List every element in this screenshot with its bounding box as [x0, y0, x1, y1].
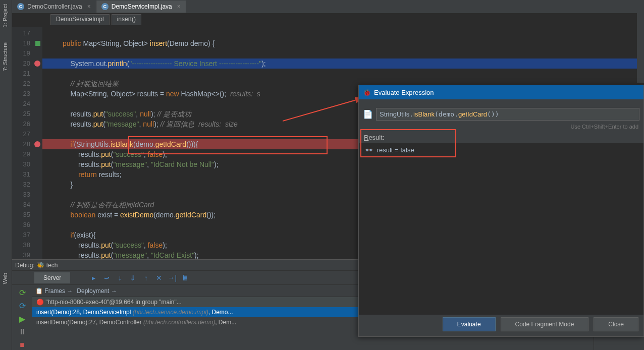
dialog-title: Evaluate Expression: [374, 89, 434, 96]
breakpoint-icon[interactable]: [34, 141, 40, 147]
editor-tabs: C DemoController.java × C DemoServiceImp…: [12, 0, 644, 13]
breadcrumb-class[interactable]: DemoServiceImpl: [50, 14, 110, 25]
evaluate-expression-dialog: 🐞 Evaluate Expression 📄 StringUtils.isBl…: [358, 85, 644, 337]
left-tool-rail: 1: Project 7: Structure Web: [0, 0, 12, 350]
dialog-title-bar[interactable]: 🐞 Evaluate Expression: [359, 85, 643, 99]
close-button[interactable]: Close: [594, 317, 638, 331]
gutter[interactable]: 17 18 19 20 21 22 23 24 25 26 27 28 29 3…: [12, 27, 42, 259]
debug-left-icons: ⟳ ⟳ ▶ ⏸ ■: [12, 285, 32, 350]
breadcrumb-method[interactable]: insert(): [112, 14, 141, 25]
stop-icon[interactable]: ■: [18, 340, 27, 349]
result-label: Result:: [359, 130, 643, 143]
close-icon[interactable]: ×: [87, 3, 91, 10]
bug-icon: 🐞: [363, 89, 371, 96]
code-fragment-mode-button[interactable]: Code Fragment Mode: [501, 317, 589, 331]
override-gutter-icon[interactable]: [35, 41, 40, 46]
deployment-tab[interactable]: Deployment →: [77, 287, 117, 295]
expression-history-icon[interactable]: 📄: [363, 109, 373, 119]
breadcrumb: DemoServiceImpl insert(): [50, 14, 141, 25]
step-over-icon[interactable]: ⤻: [101, 273, 112, 283]
show-execution-point-icon[interactable]: ▸: [88, 273, 98, 283]
java-class-icon: C: [17, 3, 24, 10]
server-tab[interactable]: Server: [34, 272, 70, 283]
close-icon[interactable]: ×: [177, 3, 181, 10]
rerun-icon[interactable]: ⟳: [18, 288, 27, 297]
pause-icon[interactable]: ⏸: [18, 327, 27, 336]
drop-frame-icon[interactable]: ✕: [154, 273, 164, 283]
tab-label: DemoServiceImpl.java: [112, 3, 172, 10]
right-rail: [637, 0, 644, 83]
tab-demoserviceimpl[interactable]: C DemoServiceImpl.java ×: [96, 1, 186, 13]
bee-icon: 🐝: [37, 262, 44, 269]
watch-icon: 👓: [365, 146, 373, 154]
java-class-icon: C: [101, 3, 109, 10]
evaluate-button[interactable]: Evaluate: [443, 317, 496, 331]
run-to-cursor-icon[interactable]: →|: [167, 273, 177, 283]
tab-democontroller[interactable]: C DemoController.java ×: [12, 1, 96, 13]
breakpoint-icon[interactable]: [34, 61, 40, 67]
result-row[interactable]: 👓 result = false: [365, 146, 637, 154]
step-into-icon[interactable]: ↓: [115, 273, 125, 283]
web-tool-button[interactable]: Web: [2, 273, 8, 284]
step-out-icon[interactable]: ↑: [141, 273, 151, 283]
structure-tool-button[interactable]: 7: Structure: [2, 42, 8, 71]
resume-icon[interactable]: ▶: [18, 314, 27, 323]
project-tool-button[interactable]: 1: Project: [2, 4, 8, 27]
hint-text: Use Ctrl+Shift+Enter to add: [359, 124, 643, 130]
frames-tab[interactable]: 📋 Frames →: [35, 287, 73, 295]
force-step-into-icon[interactable]: ⇓: [128, 273, 138, 283]
tab-label: DemoController.java: [27, 3, 82, 10]
result-panel[interactable]: 👓 result = false: [359, 143, 643, 315]
debug-config: tech: [46, 262, 58, 269]
dialog-buttons: Evaluate Code Fragment Mode Close: [359, 317, 643, 331]
expression-input[interactable]: StringUtils.isBlank(demo.getIdCard()): [376, 108, 639, 121]
update-icon[interactable]: ⟳: [18, 301, 27, 310]
debug-title: Debug:: [15, 262, 35, 269]
evaluate-expression-icon[interactable]: 🖩: [180, 273, 190, 283]
